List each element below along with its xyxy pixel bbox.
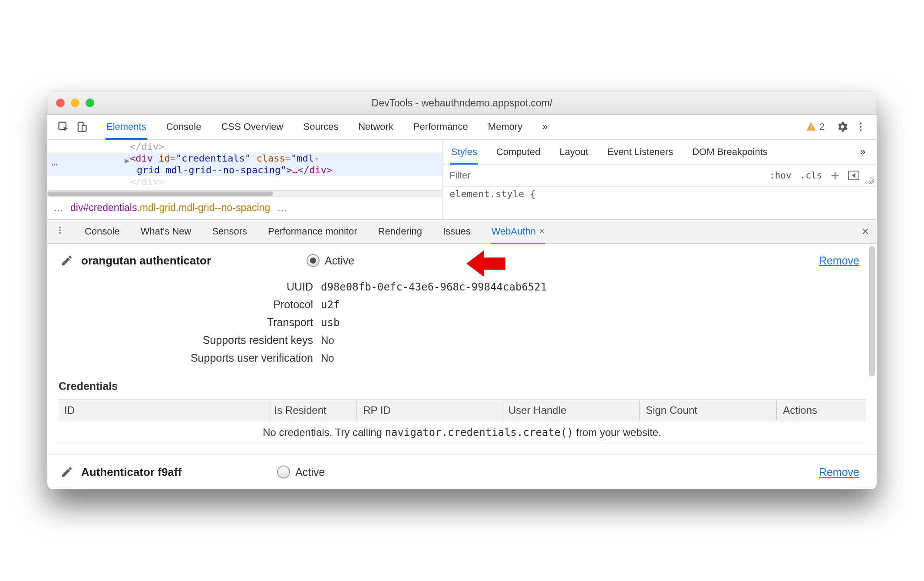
svg-point-7 — [860, 129, 861, 131]
main-tabstrip: Elements Console CSS Overview Sources Ne… — [47, 115, 877, 140]
tab-network[interactable]: Network — [357, 116, 394, 138]
uuid-value: d98e08fb-0efc-43e6-968c-99844cab6521 — [321, 281, 547, 293]
credentials-table: ID Is Resident RP ID User Handle Sign Co… — [58, 399, 866, 444]
window-zoom-button[interactable] — [86, 99, 94, 107]
drawer-tab-rendering[interactable]: Rendering — [377, 221, 423, 241]
dom-selected-line[interactable]: <div id="credentials" class="mdl- — [47, 152, 442, 164]
styles-tab-layout[interactable]: Layout — [558, 142, 589, 162]
col-is-resident[interactable]: Is Resident — [268, 400, 357, 421]
drawer-tab-performance-monitor[interactable]: Performance monitor — [267, 221, 358, 241]
user-verification-value: No — [321, 352, 334, 364]
authenticator-details: UUIDd98e08fb-0efc-43e6-968c-99844cab6521… — [60, 278, 877, 367]
main-tabs: Elements Console CSS Overview Sources Ne… — [106, 116, 802, 138]
protocol-value: u2f — [321, 299, 340, 311]
credentials-heading: Credentials — [47, 376, 877, 397]
dom-tree[interactable]: ⋯ ▶ </div> <div id="credentials" class="… — [47, 140, 442, 190]
close-tab-icon[interactable]: × — [539, 226, 544, 236]
svg-point-9 — [59, 229, 61, 231]
credentials-empty-state: No credentials. Try calling navigator.cr… — [58, 421, 866, 444]
window-close-button[interactable] — [56, 99, 65, 107]
window-titlebar: DevTools - webauthndemo.appspot.com/ — [47, 92, 877, 115]
window-minimize-button[interactable] — [71, 99, 79, 107]
breadcrumb-ellipsis-right: … — [277, 202, 287, 214]
drawer-tab-issues[interactable]: Issues — [442, 221, 472, 241]
tab-elements[interactable]: Elements — [106, 116, 147, 138]
col-rp-id[interactable]: RP ID — [357, 400, 502, 421]
elements-pane: ⋯ ▶ </div> <div id="credentials" class="… — [47, 140, 442, 219]
elements-styles-split: ⋯ ▶ </div> <div id="credentials" class="… — [47, 140, 877, 219]
authenticator-header: orangutan authenticator Active Remove — [47, 244, 877, 278]
active-radio[interactable] — [307, 254, 320, 267]
device-toolbar-icon[interactable] — [74, 119, 89, 134]
col-user-handle[interactable]: User Handle — [502, 400, 640, 421]
tab-console[interactable]: Console — [165, 116, 202, 138]
styles-tab-dom-breakpoints[interactable]: DOM Breakpoints — [691, 142, 769, 162]
drawer-tab-whats-new[interactable]: What's New — [140, 221, 192, 241]
warnings-badge[interactable]: 2 — [805, 121, 825, 132]
drawer-tab-console[interactable]: Console — [84, 221, 121, 241]
tab-memory[interactable]: Memory — [487, 116, 523, 138]
expand-triangle-icon[interactable]: ▶ — [125, 156, 129, 165]
breadcrumb-ellipsis-left: … — [53, 202, 63, 214]
edit-pencil-icon[interactable] — [60, 465, 73, 479]
styles-tabs-overflow-button[interactable]: » — [859, 142, 866, 162]
breadcrumb-node[interactable]: div#credentials — [70, 202, 137, 213]
user-verification-label: Supports user verification — [60, 352, 321, 364]
tab-performance[interactable]: Performance — [412, 116, 469, 138]
uuid-label: UUID — [60, 281, 321, 293]
svg-point-6 — [860, 126, 861, 128]
svg-point-10 — [59, 232, 61, 234]
styles-tabs: Styles Computed Layout Event Listeners D… — [442, 140, 877, 165]
dom-ellipsis-icon: ⋯ — [52, 159, 57, 170]
warnings-count: 2 — [819, 121, 825, 132]
window-title: DevTools - webauthndemo.appspot.com/ — [54, 97, 870, 109]
active-label: Active — [295, 466, 325, 479]
resident-keys-value: No — [321, 334, 334, 347]
active-radio[interactable] — [277, 465, 290, 479]
element-style-rule[interactable]: element.style { — [442, 187, 877, 201]
edit-pencil-icon[interactable] — [60, 254, 73, 267]
styles-filter-row: :hov .cls + — [442, 165, 877, 187]
window-controls — [56, 99, 94, 107]
more-menu-icon[interactable] — [853, 119, 868, 134]
settings-gear-icon[interactable] — [835, 119, 850, 134]
drawer-more-icon[interactable] — [55, 225, 65, 238]
credentials-header-row: ID Is Resident RP ID User Handle Sign Co… — [58, 400, 866, 421]
col-id[interactable]: ID — [58, 400, 268, 421]
drawer-tab-webauthn[interactable]: WebAuthn× — [491, 221, 545, 241]
dom-closing-tag: </div> — [130, 141, 164, 152]
styles-tab-event-listeners[interactable]: Event Listeners — [607, 142, 674, 162]
resize-handle-icon[interactable] — [866, 176, 874, 184]
inspect-element-icon[interactable] — [56, 119, 71, 134]
drawer-close-icon[interactable]: × — [862, 224, 869, 238]
elements-breadcrumb[interactable]: … div#credentials.mdl-grid.mdl-grid--no-… — [47, 196, 442, 219]
transport-label: Transport — [60, 316, 321, 329]
tab-css-overview[interactable]: CSS Overview — [220, 116, 284, 138]
drawer-tab-sensors[interactable]: Sensors — [211, 221, 248, 241]
remove-authenticator-link[interactable]: Remove — [819, 466, 859, 479]
col-sign-count[interactable]: Sign Count — [640, 400, 777, 421]
col-actions[interactable]: Actions — [777, 400, 866, 421]
annotation-arrow-icon — [464, 246, 508, 284]
devtools-window: DevTools - webauthndemo.appspot.com/ Ele… — [47, 92, 877, 489]
svg-rect-4 — [811, 129, 812, 129]
resident-keys-label: Supports resident keys — [60, 334, 321, 347]
webauthn-panel: orangutan authenticator Active Remove UU… — [47, 244, 877, 489]
remove-authenticator-link[interactable]: Remove — [819, 254, 859, 267]
new-style-rule-button[interactable]: + — [826, 167, 844, 184]
authenticator-name: orangutan authenticator — [81, 254, 211, 267]
active-label: Active — [325, 254, 354, 267]
hov-toggle[interactable]: :hov — [765, 170, 796, 181]
elements-horizontal-scrollbar[interactable] — [47, 190, 442, 196]
authenticator-header: Authenticator f9aff Active Remove — [47, 455, 877, 489]
styles-filter-input[interactable] — [442, 165, 765, 186]
tab-sources[interactable]: Sources — [302, 116, 339, 138]
styles-tab-computed[interactable]: Computed — [495, 142, 541, 162]
protocol-label: Protocol — [60, 298, 321, 311]
styles-tab-styles[interactable]: Styles — [450, 142, 478, 162]
cls-toggle[interactable]: .cls — [796, 170, 827, 181]
toggle-sidebar-icon[interactable] — [848, 171, 859, 180]
svg-rect-2 — [82, 125, 86, 132]
svg-point-8 — [59, 226, 61, 228]
tabs-overflow-button[interactable]: » — [541, 116, 548, 138]
